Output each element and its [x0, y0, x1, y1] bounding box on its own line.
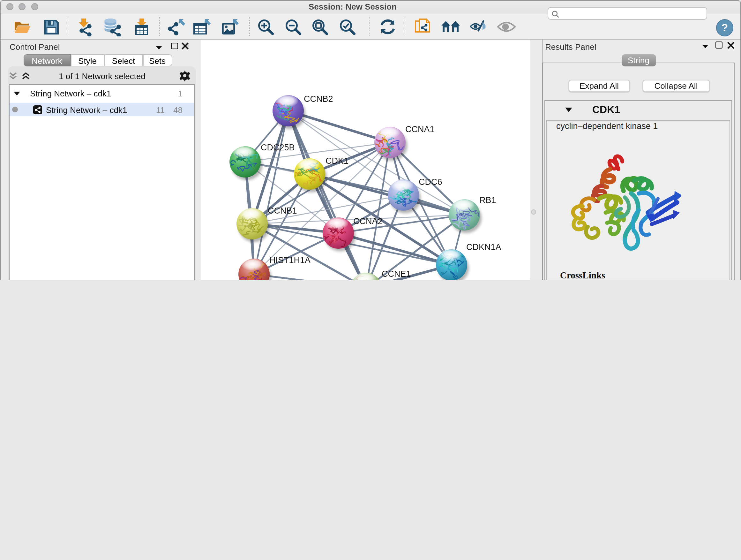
svg-text:CCNE1: CCNE1: [382, 269, 411, 279]
svg-text:CCNB2: CCNB2: [304, 94, 333, 104]
svg-text:CDK1: CDK1: [326, 156, 348, 166]
svg-text:CCNB1: CCNB1: [268, 206, 297, 215]
svg-text:CCNA2: CCNA2: [353, 216, 383, 226]
svg-text:RB1: RB1: [479, 195, 496, 205]
svg-text:CCNA1: CCNA1: [405, 125, 434, 134]
svg-text:HIST1H1A: HIST1H1A: [269, 255, 311, 265]
svg-text:CDC6: CDC6: [419, 177, 442, 187]
svg-text:CDC25B: CDC25B: [261, 143, 295, 152]
svg-text:CDKN1A: CDKN1A: [466, 242, 501, 252]
